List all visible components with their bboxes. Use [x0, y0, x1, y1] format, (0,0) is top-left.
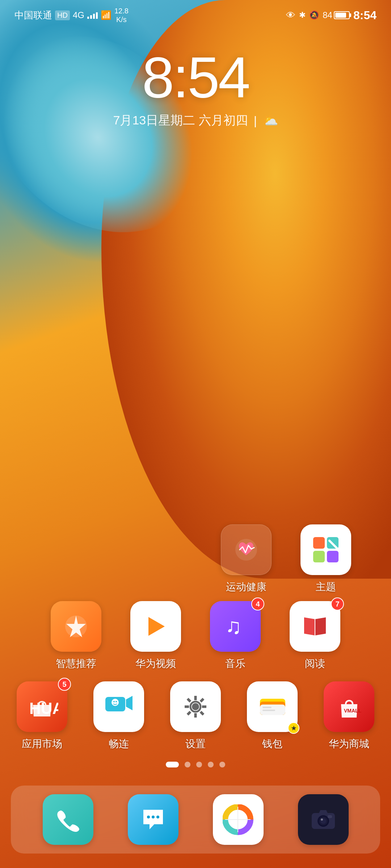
app-row-float: 运动健康 主题	[11, 524, 380, 594]
theme-svg	[310, 533, 342, 566]
vmall-svg: VMALL	[334, 692, 365, 722]
svg-point-18	[192, 703, 199, 710]
settings-icon	[170, 681, 221, 732]
apps-container: 运动健康 主题	[0, 524, 391, 786]
app-settings[interactable]: 设置	[164, 681, 227, 751]
sport-health-icon	[221, 524, 272, 575]
separator: |	[254, 114, 257, 128]
app-market[interactable]: 5 HUAWEI 应用市场	[11, 681, 73, 751]
svg-point-26	[147, 816, 150, 818]
svg-text:VMALL: VMALL	[344, 708, 362, 714]
svg-rect-4	[313, 551, 325, 562]
svg-point-28	[156, 816, 159, 818]
wallet-icon: ★	[247, 681, 298, 732]
date-text: 7月13日星期二 六月初四	[113, 112, 248, 129]
wallet-badge: ★	[288, 722, 299, 734]
app-wallet[interactable]: ★ 钱包	[241, 681, 303, 751]
settings-svg	[181, 692, 210, 721]
browser-svg	[223, 804, 253, 835]
svg-rect-5	[327, 551, 339, 562]
browser-icon	[213, 794, 264, 845]
market-label: 应用市场	[22, 737, 62, 751]
svg-rect-23	[262, 707, 272, 708]
network-speed: 12.8K/s	[114, 7, 129, 24]
time-display: 8:54	[353, 9, 377, 22]
eye-icon: 👁	[286, 10, 295, 21]
changlian-icon	[93, 681, 144, 732]
camera-icon	[298, 794, 349, 845]
wallet-label: 钱包	[262, 737, 282, 751]
svg-point-16	[113, 701, 115, 702]
app-row-1: 智慧推荐 华为视频 4 ♫ 音乐	[11, 601, 380, 671]
app-theme[interactable]: 主题	[293, 524, 358, 594]
battery-level-text: 84	[323, 10, 332, 20]
app-wisdom[interactable]: 智慧推荐	[43, 601, 109, 671]
market-badge: 5	[58, 678, 71, 691]
huawei-video-label: 华为视频	[135, 657, 176, 671]
market-icon: 5 HUAWEI	[17, 681, 67, 732]
settings-label: 设置	[185, 737, 206, 751]
sport-health-label: 运动健康	[226, 580, 266, 594]
status-left: 中国联通 HD 4G 📶 12.8K/s	[14, 7, 129, 24]
vmall-icon: VMALL	[324, 681, 374, 732]
changlian-label: 畅连	[109, 737, 129, 751]
silent-icon: 🔕	[309, 10, 319, 20]
dock-messages[interactable]	[121, 794, 186, 845]
svg-text:♫: ♫	[225, 614, 241, 638]
huawei-video-icon	[130, 601, 181, 652]
svg-rect-2	[313, 537, 325, 549]
theme-icon	[300, 524, 351, 575]
reading-icon: 7	[290, 601, 340, 652]
dock-camera[interactable]	[291, 794, 356, 845]
reading-badge: 7	[331, 597, 344, 610]
page-dot-4[interactable]	[208, 762, 214, 767]
svg-rect-24	[262, 710, 275, 711]
page-dot-5[interactable]	[219, 762, 225, 767]
page-dot-2[interactable]	[185, 762, 190, 767]
page-indicator	[11, 762, 380, 767]
wisdom-icon	[51, 601, 101, 652]
carrier-text: 中国联通	[14, 9, 52, 22]
battery-icon	[334, 11, 350, 19]
music-svg: ♫	[221, 612, 250, 641]
svg-marker-14	[126, 696, 133, 710]
svg-rect-38	[328, 815, 332, 818]
page-dot-1[interactable]	[166, 762, 179, 767]
battery-container: 84	[323, 10, 350, 20]
phone-svg	[55, 807, 81, 832]
svg-point-27	[152, 816, 155, 818]
signal-icon	[87, 12, 98, 19]
camera-svg	[309, 805, 338, 834]
music-icon: 4 ♫	[210, 601, 261, 652]
app-changlian[interactable]: 畅连	[88, 681, 150, 751]
dock-phone[interactable]	[35, 794, 101, 845]
app-huawei-video[interactable]: 华为视频	[123, 601, 188, 671]
dock-browser[interactable]	[206, 794, 271, 845]
page-dot-3[interactable]	[196, 762, 202, 767]
music-badge: 4	[251, 597, 264, 610]
reading-svg	[300, 612, 329, 641]
bluetooth-icon: ✱	[299, 10, 306, 20]
messages-svg	[140, 807, 166, 832]
clock-time: 8:54	[142, 48, 249, 106]
app-music[interactable]: 4 ♫ 音乐	[203, 601, 268, 671]
svg-marker-9	[148, 617, 165, 636]
weather-icon: ⛅	[263, 113, 278, 128]
app-vmall[interactable]: VMALL 华为商城	[318, 681, 380, 751]
hd-badge: HD	[55, 10, 70, 20]
app-sport-health[interactable]: 运动健康	[214, 524, 279, 594]
changlian-svg	[104, 692, 134, 722]
wisdom-svg	[60, 610, 92, 643]
reading-label: 阅读	[305, 657, 325, 671]
svg-point-17	[115, 701, 117, 702]
health-svg	[232, 535, 261, 564]
theme-label: 主题	[316, 580, 336, 594]
wallet-svg	[257, 692, 288, 722]
music-label: 音乐	[225, 657, 245, 671]
clock-area: 8:54 7月13日星期二 六月初四 | ⛅	[0, 27, 391, 129]
app-reading[interactable]: 7 阅读	[282, 601, 348, 671]
vmall-label: 华为商城	[329, 737, 369, 751]
wisdom-label: 智慧推荐	[56, 657, 96, 671]
wifi-icon: 📶	[101, 10, 112, 20]
market-svg: HUAWEI	[26, 690, 58, 723]
